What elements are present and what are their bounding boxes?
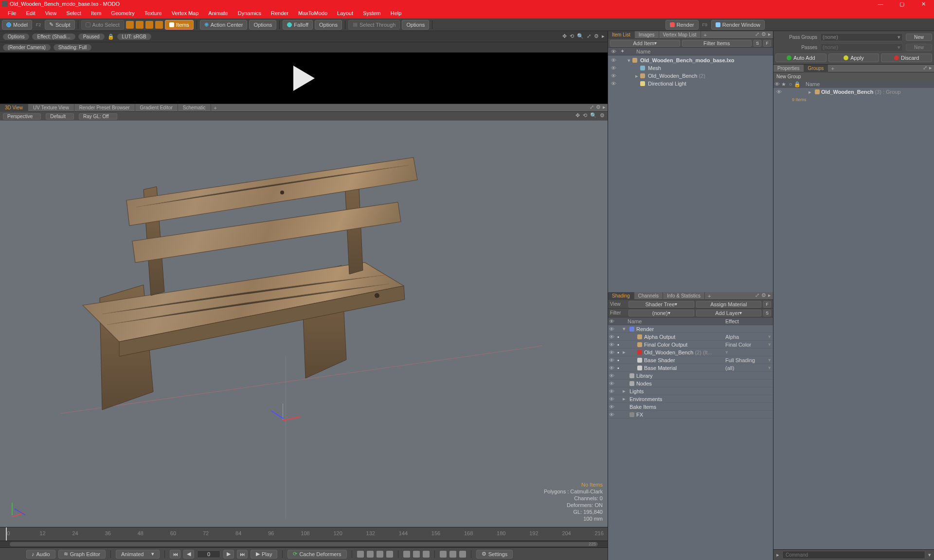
preview-effect[interactable]: Effect: (Shadi...	[32, 34, 75, 40]
menu-file[interactable]: File	[3, 8, 21, 18]
key-scl-icon[interactable]	[386, 551, 393, 558]
key-pos-icon[interactable]	[367, 551, 374, 558]
panel-more-icon[interactable]: ▸	[768, 31, 771, 37]
tab-channels[interactable]: Channels	[634, 292, 663, 300]
step-fwd-button[interactable]: ▶	[223, 550, 234, 559]
menu-select[interactable]: Select	[61, 8, 86, 18]
menu-texture[interactable]: Texture	[140, 8, 167, 18]
orbit-icon[interactable]: ⟲	[583, 112, 587, 119]
move-icon[interactable]: ✥	[562, 33, 567, 39]
cache-deformers-button[interactable]: ⟳Cache Deformers	[287, 550, 346, 559]
item-tree[interactable]: 👁▾Old_Wooden_Bench_modo_base.lxo👁Mesh👁▸O…	[608, 55, 773, 292]
key-all-icon[interactable]	[357, 551, 364, 558]
tab-vmap[interactable]: Vertex Map List	[659, 31, 701, 39]
key-del-icon[interactable]	[423, 551, 430, 558]
chevron-icon[interactable]: ▸	[602, 33, 605, 39]
3d-viewport[interactable]: No Items Polygons : Catmull-Clark Channe…	[0, 121, 608, 527]
step-back-button[interactable]: ◀	[183, 550, 194, 559]
key-next-icon[interactable]	[413, 551, 420, 558]
groups-more-icon[interactable]: ▸	[929, 65, 932, 71]
cmd-more-icon[interactable]: ▾	[928, 552, 931, 558]
panel-max-icon[interactable]: ⤢	[755, 31, 759, 37]
tab-properties[interactable]: Properties	[773, 65, 804, 72]
nav-axis-icon[interactable]	[8, 500, 27, 519]
autokey-icon[interactable]	[449, 551, 456, 558]
expand-icon[interactable]: ⤢	[587, 33, 591, 39]
tab-gradient[interactable]: Gradient Editor	[135, 104, 178, 112]
maximize-button[interactable]: ▢	[891, 0, 913, 8]
vertex-mode-icon[interactable]	[126, 21, 134, 29]
viewport-more-icon[interactable]: ▸	[603, 104, 606, 110]
edge-mode-icon[interactable]	[136, 21, 144, 29]
tab-3dview[interactable]: 3D View	[0, 104, 28, 112]
raygl-dropdown[interactable]: Ray GL: Off	[79, 113, 117, 120]
item-row[interactable]: 👁▸Old_Wooden_Bench (2)	[608, 72, 773, 80]
menu-render[interactable]: Render	[266, 8, 293, 18]
transform-gizmo[interactable]	[283, 409, 302, 429]
f-button[interactable]: F	[763, 40, 771, 47]
timeline-scrollbar[interactable]: 0 225	[0, 541, 608, 547]
go-end-button[interactable]: ⏭	[237, 550, 248, 559]
poly-mode-icon[interactable]	[145, 21, 153, 29]
gear-icon[interactable]: ⚙	[594, 33, 599, 39]
playhead[interactable]	[6, 527, 7, 541]
s2-button[interactable]: S	[763, 310, 771, 316]
groups-add-tab[interactable]: +	[828, 66, 837, 71]
zoom2-icon[interactable]: 🔍	[590, 112, 597, 119]
menu-edit[interactable]: Edit	[21, 8, 40, 18]
view-dropdown[interactable]: Shader Tree ▾	[629, 301, 694, 308]
options-button-3[interactable]: Options	[402, 20, 429, 30]
menu-help[interactable]: Help	[386, 8, 407, 18]
zoom-icon[interactable]: 🔍	[577, 33, 584, 39]
menu-view[interactable]: View	[40, 8, 62, 18]
menu-maxtomodo[interactable]: MaxToModo	[293, 8, 332, 18]
material-mode-icon[interactable]	[155, 21, 163, 29]
shader-row[interactable]: 👁Bake Items	[608, 403, 773, 411]
shading-more-icon[interactable]: ▸	[768, 292, 771, 298]
animated-dropdown[interactable]: Animated▾	[116, 550, 160, 559]
history-icon[interactable]: ▸	[776, 552, 779, 558]
shading-gear-icon[interactable]: ⚙	[761, 292, 766, 298]
menu-dynamics[interactable]: Dynamics	[233, 8, 266, 18]
viewport-settings-icon[interactable]: ⚙	[600, 112, 605, 119]
select-through-toggle[interactable]: ▦Select Through	[348, 20, 400, 30]
tab-presets[interactable]: Render Preset Browser	[74, 104, 135, 112]
item-row[interactable]: 👁Directional Light	[608, 80, 773, 88]
viewport-gear-icon[interactable]: ⚙	[596, 104, 601, 110]
new-pass-group-button[interactable]: New	[906, 34, 932, 41]
groups-max-icon[interactable]: ⤢	[923, 65, 927, 71]
auto-select-toggle[interactable]: Auto Select	[81, 20, 124, 30]
shading-max-icon[interactable]: ⤢	[755, 292, 759, 298]
discard-button[interactable]: Discard	[881, 53, 932, 62]
add-tab-icon[interactable]: +	[211, 105, 220, 111]
model-button[interactable]: Model	[2, 20, 32, 30]
panel-gear-icon[interactable]: ⚙	[761, 31, 766, 37]
auto-add-button[interactable]: Auto Add	[775, 53, 826, 62]
groups-tree[interactable]: 👁 ▸ Old_Wooden_Bench (3) : Group 9 Items	[773, 88, 934, 549]
shader-row[interactable]: 👁•Base Material(all)▾	[608, 364, 773, 372]
perspective-dropdown[interactable]: Perspective	[3, 113, 41, 120]
minimize-button[interactable]: —	[870, 0, 891, 8]
go-start-button[interactable]: ⏮	[170, 550, 180, 559]
frame-input[interactable]	[197, 550, 220, 558]
tab-schematic[interactable]: Schematic	[178, 104, 211, 112]
item-row[interactable]: 👁Mesh	[608, 64, 773, 72]
menu-vertexmap[interactable]: Vertex Map	[167, 8, 204, 18]
pan-icon[interactable]: ✥	[575, 112, 580, 119]
lock-icon[interactable]: 🔒	[108, 34, 114, 40]
f2-button[interactable]: F	[763, 301, 771, 308]
shader-row[interactable]: 👁▸Environments	[608, 395, 773, 403]
tab-itemlist[interactable]: Item List	[608, 31, 635, 39]
preview-shading[interactable]: Shading: Full	[54, 44, 91, 51]
sculpt-button[interactable]: ✎Sculpt	[45, 20, 75, 30]
audio-button[interactable]: ♪Audio	[26, 550, 55, 559]
preview-lut[interactable]: LUT: sRGB	[117, 34, 151, 40]
menu-geometry[interactable]: Geometry	[106, 8, 139, 18]
render-style-dropdown[interactable]: Default	[46, 113, 74, 120]
menu-animate[interactable]: Animate	[203, 8, 233, 18]
shader-row[interactable]: 👁Library	[608, 372, 773, 380]
preview-paused[interactable]: Paused	[78, 34, 105, 40]
passes-dropdown[interactable]: (none)▾	[820, 43, 903, 52]
shader-row[interactable]: 👁•▸Old_Wooden_Bench (2) (It...▾	[608, 349, 773, 356]
filter-dropdown[interactable]: (none) ▾	[629, 310, 694, 316]
